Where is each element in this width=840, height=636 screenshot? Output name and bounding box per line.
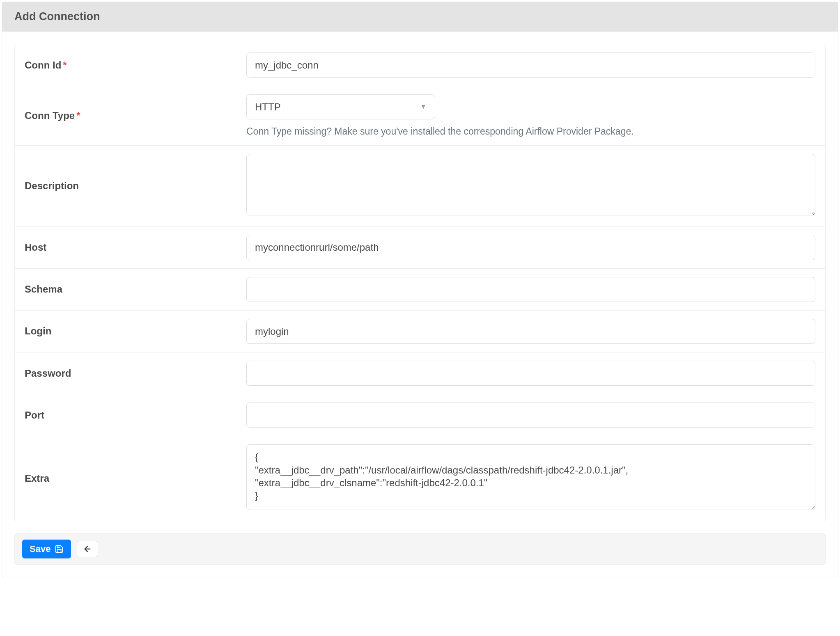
label-port: Port: [25, 410, 246, 421]
panel-body: Conn Id* Conn Type* HTTP ▼ Conn Type mis…: [2, 32, 838, 577]
host-input[interactable]: [246, 235, 815, 260]
description-input[interactable]: [246, 154, 815, 215]
label-description: Description: [25, 180, 246, 192]
label-conn-id: Conn Id*: [25, 59, 246, 71]
label-conn-type-text: Conn Type: [25, 110, 75, 121]
label-extra: Extra: [25, 473, 246, 484]
required-marker: *: [63, 59, 67, 71]
save-button-label: Save: [30, 544, 50, 554]
row-host: Host: [15, 226, 825, 268]
conn-type-help-text: Conn Type missing? Make sure you've inst…: [246, 126, 815, 137]
conn-type-select[interactable]: HTTP ▼: [246, 94, 435, 119]
row-password: Password: [15, 352, 825, 394]
label-conn-type: Conn Type*: [25, 110, 246, 121]
row-description: Description: [15, 146, 825, 226]
row-schema: Schema: [15, 269, 825, 311]
row-conn-id: Conn Id*: [15, 44, 825, 86]
add-connection-panel: Add Connection Conn Id* Conn Type* HT: [2, 2, 838, 577]
connection-form: Conn Id* Conn Type* HTTP ▼ Conn Type mis…: [14, 44, 826, 521]
label-conn-id-text: Conn Id: [25, 59, 61, 71]
extra-input[interactable]: [246, 444, 815, 510]
conn-id-input[interactable]: [246, 53, 815, 78]
required-marker: *: [76, 110, 80, 121]
chevron-down-icon: ▼: [420, 103, 427, 111]
label-login: Login: [25, 325, 246, 337]
save-icon: [55, 544, 64, 554]
row-conn-type: Conn Type* HTTP ▼ Conn Type missing? Mak…: [15, 86, 825, 146]
form-footer: Save: [14, 533, 826, 565]
login-input[interactable]: [246, 319, 815, 344]
row-extra: Extra: [15, 436, 825, 521]
label-host: Host: [25, 242, 246, 253]
port-input[interactable]: [246, 403, 815, 428]
row-login: Login: [15, 311, 825, 352]
save-button[interactable]: Save: [22, 540, 71, 558]
panel-title: Add Connection: [2, 2, 838, 32]
row-port: Port: [15, 394, 825, 436]
arrow-left-icon: [83, 544, 92, 554]
password-input[interactable]: [246, 361, 815, 386]
label-password: Password: [25, 368, 246, 379]
conn-type-selected-value: HTTP: [255, 101, 281, 113]
back-button[interactable]: [77, 541, 98, 557]
label-schema: Schema: [25, 284, 246, 295]
schema-input[interactable]: [246, 277, 815, 302]
